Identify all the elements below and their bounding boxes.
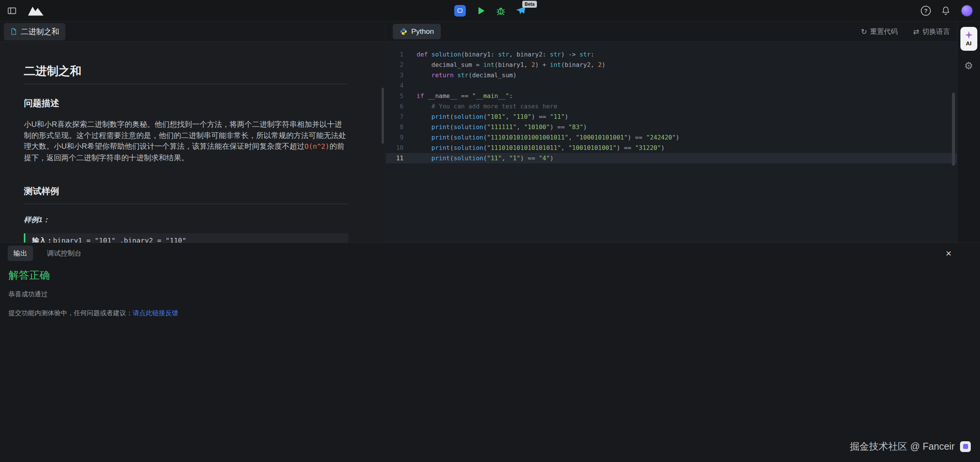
topbar: Beta ? <box>0 0 980 22</box>
problem-desc-heading: 问题描述 <box>24 97 348 109</box>
line-number: 9 <box>386 134 411 141</box>
switch-language-label: 切换语言 <box>922 27 950 36</box>
problem-body: 二进制之和 问题描述 小U和小R喜欢探索二进制数字的奥秘。他们想找到一个方法，将… <box>0 42 385 243</box>
tab-debug-console[interactable]: 调试控制台 <box>47 249 81 258</box>
close-icon[interactable]: × <box>946 248 952 258</box>
feedback-text: 提交功能内测体验中，任何问题或者建议： <box>8 309 133 317</box>
code-line[interactable]: 9 print(solution("11101010101001001011",… <box>386 132 957 143</box>
line-number: 8 <box>386 123 411 131</box>
code-line[interactable]: 8 print(solution("111111", "10100") == "… <box>386 122 957 132</box>
watermark: 掘金技术社区 @ Fanceir <box>850 440 971 453</box>
code-line[interactable]: 6 # You can add more test cases here <box>386 101 957 111</box>
topbar-left <box>0 5 44 16</box>
code-line[interactable]: 10 print(solution("111010101010101011", … <box>386 143 957 153</box>
run-play-icon[interactable] <box>476 6 486 16</box>
watermark-icon <box>960 441 971 452</box>
code-line[interactable]: 1def solution(binary1: str, binary2: str… <box>386 49 957 60</box>
line-number: 10 <box>386 144 411 151</box>
problem-scrollbar[interactable] <box>382 88 384 144</box>
code-line[interactable]: 5if __name__ == "__main__": <box>386 91 957 101</box>
ai-assistant-button[interactable]: AI <box>960 27 977 51</box>
line-number: 5 <box>386 92 411 100</box>
complexity-code: O(n^2) <box>304 142 329 150</box>
reset-code-label: 重置代码 <box>870 27 898 36</box>
topbar-right: ? <box>921 5 980 17</box>
code-line[interactable]: 7 print(solution("101", "110") == "11") <box>386 111 957 122</box>
topbar-center-tools: Beta <box>454 0 526 21</box>
help-icon[interactable]: ? <box>921 6 931 16</box>
ai-sparkle-icon <box>965 31 973 39</box>
problem-tabbar: 二进制之和 <box>0 22 385 42</box>
line-number: 4 <box>386 82 411 89</box>
problem-tab-label: 二进制之和 <box>21 27 59 37</box>
help-glyph: ? <box>924 7 927 14</box>
problem-title: 二进制之和 <box>24 64 348 84</box>
feedback-line: 提交功能内测体验中，任何问题或者建议：请点此链接反馈 <box>8 309 972 317</box>
reset-code-button[interactable]: ↻ 重置代码 <box>861 27 898 36</box>
line-number: 11 <box>386 155 411 162</box>
sample-heading: 测试样例 <box>24 185 348 204</box>
settings-gear-icon[interactable]: ⚙ <box>964 61 973 71</box>
app-logo[interactable] <box>28 5 44 16</box>
result-block: 解答正确 恭喜成功通过 提交功能内测体验中，任何问题或者建议：请点此链接反馈 <box>0 262 980 317</box>
python-tab-label: Python <box>411 27 434 36</box>
python-icon <box>400 28 407 35</box>
ai-button-label: AI <box>966 40 972 47</box>
output-panel: 输出 调试控制台 × 解答正确 恭喜成功通过 提交功能内测体验中，任何问题或者建… <box>0 243 980 462</box>
switch-language-icon: ⇄ <box>913 27 919 36</box>
code-line[interactable]: 3 return str(decimal_sum) <box>386 70 957 80</box>
output-header: 输出 调试控制台 × <box>0 243 980 262</box>
editor-scrollbar[interactable] <box>952 93 955 166</box>
sample-label: 样例1： <box>24 215 348 225</box>
line-number: 3 <box>386 71 411 79</box>
line-number: 1 <box>386 51 411 58</box>
editor-panel: Python ↻ 重置代码 ⇄ 切换语言 1def solution(binar… <box>386 22 957 243</box>
right-tool-strip: AI ⚙ <box>957 22 980 243</box>
result-subtitle: 恭喜成功通过 <box>8 290 972 299</box>
problem-tab[interactable]: 二进制之和 <box>4 23 65 40</box>
debug-bug-icon[interactable] <box>496 6 506 16</box>
tab-output[interactable]: 输出 <box>8 246 33 261</box>
share-wrap: Beta <box>516 6 526 16</box>
line-number: 2 <box>386 61 411 68</box>
sidebar-toggle-icon[interactable] <box>7 6 17 16</box>
reset-icon: ↻ <box>861 27 867 36</box>
notifications-bell-icon[interactable] <box>941 6 951 16</box>
editor-actions: ↻ 重置代码 ⇄ 切换语言 <box>861 27 950 36</box>
line-number: 6 <box>386 103 411 110</box>
code-line[interactable]: 11 print(solution("11", "1") == "4") <box>386 153 957 163</box>
sample-code-block: 输入：binary1 = "101" ,binary2 = "110" 输出：'… <box>24 233 348 243</box>
document-icon <box>10 28 17 35</box>
python-tab[interactable]: Python <box>393 24 441 39</box>
line-number: 7 <box>386 113 411 120</box>
editor-tabbar: Python ↻ 重置代码 ⇄ 切换语言 <box>386 22 957 42</box>
sample-input-line: 输入：binary1 = "101" ,binary2 = "110" <box>32 235 341 243</box>
code-line[interactable]: 2 decimal_sum = int(binary1, 2) + int(bi… <box>386 60 957 70</box>
editor-code[interactable]: 1def solution(binary1: str, binary2: str… <box>386 42 957 243</box>
watermark-text: 掘金技术社区 @ Fanceir <box>850 440 955 453</box>
feedback-link[interactable]: 请点此链接反馈 <box>133 309 178 317</box>
result-title: 解答正确 <box>8 268 972 282</box>
switch-language-button[interactable]: ⇄ 切换语言 <box>913 27 950 36</box>
user-avatar[interactable] <box>961 5 973 17</box>
problem-panel: 二进制之和 二进制之和 问题描述 小U和小R喜欢探索二进制数字的奥秘。他们想找到… <box>0 22 385 243</box>
beta-badge: Beta <box>522 1 537 8</box>
workspace-app-icon[interactable] <box>454 5 466 17</box>
problem-description: 小U和小R喜欢探索二进制数字的奥秘。他们想找到一个方法，将两个二进制字符串相加并… <box>24 119 348 163</box>
code-line[interactable]: 4 <box>386 80 957 91</box>
